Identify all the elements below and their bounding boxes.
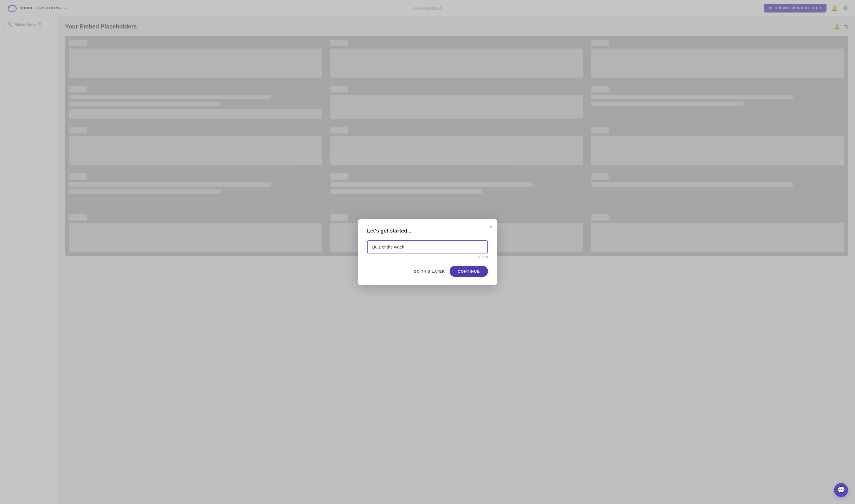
modal-actions: DO THIS LATER CONTINUE: [367, 266, 488, 277]
modal-name-input[interactable]: [367, 240, 488, 253]
chat-button[interactable]: 💬: [834, 483, 848, 497]
modal-close-button[interactable]: ×: [489, 224, 493, 230]
input-counter: 16 / 50: [367, 255, 488, 259]
modal-overlay: Let's get started... × 16 / 50 DO THIS L…: [0, 0, 855, 504]
do-this-later-button[interactable]: DO THIS LATER: [414, 269, 445, 273]
modal: Let's get started... × 16 / 50 DO THIS L…: [358, 219, 497, 285]
chat-icon: 💬: [837, 486, 845, 494]
modal-title: Let's get started...: [367, 228, 488, 234]
continue-button[interactable]: CONTINUE: [450, 266, 488, 277]
